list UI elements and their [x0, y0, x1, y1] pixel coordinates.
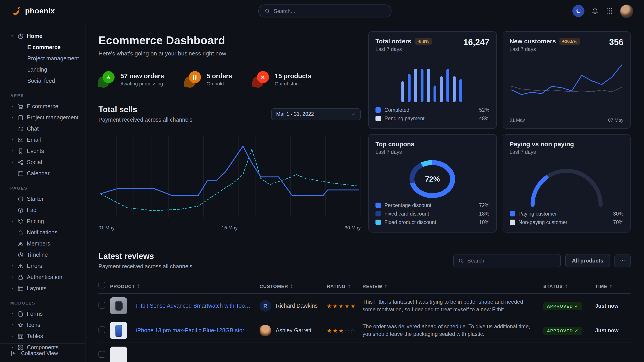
- sidebar-item-tables[interactable]: Tables: [0, 331, 85, 342]
- row-checkbox[interactable]: [98, 326, 105, 333]
- review-time: Just now: [595, 327, 630, 334]
- brand[interactable]: phoenix: [11, 5, 55, 16]
- sidebar-section-label: MODULES: [0, 301, 85, 306]
- sidebar-item-errors[interactable]: Errors: [0, 260, 85, 272]
- customer-name: Ashley Garrett: [276, 327, 312, 334]
- star-filled-icon: ★: [327, 327, 332, 334]
- select-all-checkbox[interactable]: [98, 282, 105, 289]
- star-filled-icon: ★: [350, 303, 356, 309]
- caret-right-icon: [10, 149, 14, 153]
- star-icon: ★: [102, 71, 114, 83]
- more-options-button[interactable]: [614, 254, 630, 267]
- sidebar-item-e-commerce[interactable]: E commerce: [0, 101, 85, 112]
- cart-icon: [18, 103, 24, 109]
- sidebar-item-starter[interactable]: Starter: [0, 193, 85, 204]
- sidebar-item-home[interactable]: Home: [0, 30, 85, 41]
- sidebar-item-label: Events: [27, 148, 44, 154]
- stat-value: 15 products: [275, 72, 312, 79]
- paying-gauge-chart: [526, 164, 607, 208]
- total-orders-bar-chart: [394, 56, 470, 105]
- notifications-button[interactable]: [591, 7, 599, 15]
- paying-vs-non-paying-card: Paying vs non paying Last 7 days Paying …: [502, 134, 630, 233]
- user-avatar[interactable]: [620, 4, 633, 18]
- page-title: Ecommerce Dashboard: [98, 34, 361, 47]
- legend-item: Completed52%: [376, 105, 490, 114]
- sidebar-item-calendar[interactable]: Calendar: [0, 168, 85, 179]
- check-icon: ✓: [575, 304, 578, 309]
- column-header-product[interactable]: PRODUCT▲▼: [110, 283, 260, 289]
- kpi-cards: Total orders -6.8% Last 7 days 16,247 Co…: [368, 31, 630, 233]
- product-link[interactable]: Fitbit Sense Advanced Smartwatch with To…: [136, 303, 260, 309]
- row-checkbox[interactable]: [98, 302, 105, 308]
- mail-icon: [18, 137, 24, 143]
- series-previous-period: [100, 149, 359, 211]
- lock-icon: [18, 274, 24, 280]
- section-divider: [86, 241, 644, 241]
- sidebar-item-label: Icons: [27, 322, 40, 328]
- page-subtitle: Here's what's going on at your business …: [98, 50, 361, 57]
- sidebar-item-notifications[interactable]: Notifications: [0, 227, 85, 238]
- card-title: Total orders: [376, 37, 411, 45]
- sidebar-nav: HomeE commerceProject managementLandingS…: [0, 22, 85, 353]
- sort-icon: ▲▼: [385, 284, 387, 288]
- legend-value: 72%: [479, 202, 490, 208]
- top-coupons-legend: Percentage discount72%Fixed card discoun…: [376, 201, 490, 226]
- column-header-status[interactable]: STATUS▲▼: [543, 283, 595, 289]
- row-checkbox-cell: [98, 302, 110, 310]
- sidebar-subitem-landing[interactable]: Landing: [0, 64, 85, 75]
- sidebar-item-chat[interactable]: Chat: [0, 123, 85, 134]
- x-icon: ×: [257, 71, 269, 83]
- sidebar-item-label: Social: [27, 159, 42, 165]
- sidebar-item-forms[interactable]: Forms: [0, 308, 85, 319]
- sidebar-item-timeline[interactable]: Timeline: [0, 249, 85, 260]
- sidebar-item-members[interactable]: Members: [0, 238, 85, 249]
- reviews-search[interactable]: [453, 254, 561, 267]
- theme-toggle-button[interactable]: [572, 5, 584, 17]
- row-checkbox-cell: [98, 326, 110, 335]
- card-title: Paying vs non paying: [510, 140, 574, 148]
- legend-label: Paying customer: [518, 211, 557, 216]
- pie-chart-icon: [18, 33, 24, 39]
- reviews-search-input[interactable]: [467, 258, 556, 264]
- caret-right-icon: [10, 104, 14, 108]
- stat-item: 5 ordersOn hold: [184, 71, 232, 87]
- total-sells-chart: [98, 135, 361, 221]
- sidebar-item-label: Project management: [27, 114, 78, 120]
- date-range-select[interactable]: Mar 1 - 31, 2022: [271, 108, 361, 120]
- sidebar-item-project-management[interactable]: Project management: [0, 112, 85, 123]
- global-search[interactable]: [258, 4, 391, 17]
- sidebar-subitem-project-management[interactable]: Project management: [0, 53, 85, 64]
- column-header-rating[interactable]: RATING▲▼: [327, 283, 362, 289]
- sidebar-item-icons[interactable]: Icons: [0, 319, 85, 331]
- sidebar-item-pricing[interactable]: Pricing: [0, 216, 85, 227]
- column-header-customer[interactable]: CUSTOMER▲▼: [260, 283, 327, 289]
- table-row: [98, 343, 630, 362]
- apps-menu-button[interactable]: [606, 7, 613, 15]
- x-glyph: ×: [261, 74, 265, 80]
- star-filled-icon: ★: [332, 303, 338, 309]
- sidebar-subitem-social-feed[interactable]: Social feed: [0, 75, 85, 86]
- collapsed-view-button[interactable]: Collapsed View: [0, 344, 85, 362]
- sidebar-item-email[interactable]: Email: [0, 134, 85, 145]
- sidebar-subitem-e-commerce[interactable]: E commerce: [0, 41, 85, 53]
- legend-swatch: [376, 107, 381, 112]
- review-text: The order was delivered ahead of schedul…: [362, 323, 543, 338]
- sidebar-item-social[interactable]: Social: [0, 156, 85, 168]
- row-checkbox[interactable]: [98, 351, 105, 358]
- global-search-input[interactable]: [274, 8, 385, 14]
- review-text: This Fitbit is fantastic! I was trying t…: [362, 298, 543, 314]
- sidebar-item-faq[interactable]: Faq: [0, 204, 85, 216]
- column-header-time[interactable]: TIME▲▼: [595, 283, 630, 289]
- product-link[interactable]: iPhone 13 pro max-Pacific Blue-128GB sto…: [136, 327, 260, 334]
- legend-swatch: [376, 219, 381, 225]
- clock-icon: [18, 252, 24, 258]
- legend-item: Percentage discount72%: [376, 201, 490, 209]
- share-icon: [18, 159, 24, 165]
- sort-icon: ▲▼: [348, 284, 351, 288]
- all-products-button[interactable]: All products: [565, 254, 610, 267]
- gauge-track: [532, 171, 600, 205]
- sidebar-item-layouts[interactable]: Layouts: [0, 283, 85, 294]
- sidebar-item-events[interactable]: Events: [0, 145, 85, 156]
- sidebar-item-authentication[interactable]: Authentication: [0, 272, 85, 283]
- column-header-review[interactable]: REVIEW▲▼: [362, 283, 543, 289]
